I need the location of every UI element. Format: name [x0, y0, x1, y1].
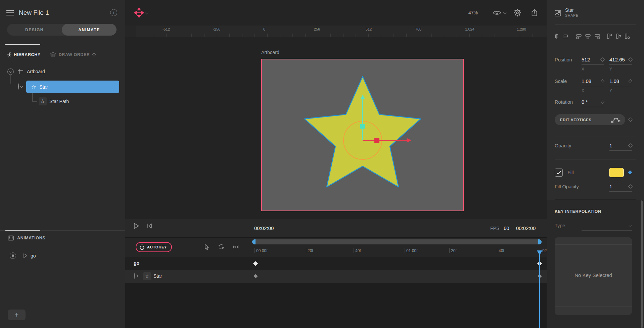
inspector-scrollbar[interactable]: [641, 200, 643, 328]
x-axis-handle[interactable]: [374, 138, 379, 143]
tree-row-star-selected[interactable]: ☆ Star: [26, 81, 119, 93]
tree-connector: [32, 101, 37, 102]
tree-label-star-path: Star Path: [49, 99, 69, 104]
ruler-tick-label: 256: [314, 27, 320, 31]
fill-label: Fill: [567, 170, 574, 175]
keyframe[interactable]: [254, 274, 258, 278]
tool-dropdown-chevron-icon[interactable]: [145, 11, 148, 14]
stopwatch-icon: [139, 244, 145, 250]
distribute-vertical-icon[interactable]: [562, 33, 569, 40]
radio-selected-icon[interactable]: [10, 252, 16, 259]
tree-label-artboard: Artboard: [27, 69, 45, 74]
play-icon[interactable]: [23, 253, 28, 258]
eye-icon[interactable]: [493, 10, 501, 15]
fill-checkbox[interactable]: [555, 169, 563, 177]
position-y-key-diamond[interactable]: [628, 57, 633, 62]
align-top-icon[interactable]: [606, 33, 612, 40]
current-time-field[interactable]: 00:02:00: [254, 225, 274, 231]
tree-row-artboard[interactable]: Artboard: [7, 66, 122, 77]
runner-icon: [6, 52, 11, 58]
skip-to-start-button[interactable]: [147, 223, 152, 229]
export-icon[interactable]: [531, 9, 538, 16]
scale-x-key-diamond[interactable]: [600, 79, 605, 83]
opacity-field[interactable]: 1: [609, 143, 612, 148]
horizontal-ruler: -512 -256 0 256 512 768 1,024 1,280: [136, 26, 547, 37]
active-section-underline: [5, 44, 40, 45]
fill-key-diamond[interactable]: [628, 170, 632, 175]
align-right-icon[interactable]: [594, 33, 601, 40]
tree-row-star-path[interactable]: ☆ Star Path: [39, 97, 119, 105]
fill-opacity-field[interactable]: 1: [609, 184, 612, 189]
animations-label: ANIMATIONS: [17, 236, 45, 240]
tree-connector: [32, 93, 33, 101]
fill-opacity-key-diamond[interactable]: [628, 184, 633, 189]
align-bottom-icon[interactable]: [624, 33, 630, 40]
axis-y-label: Y: [609, 88, 612, 93]
ruler-tick-label: -512: [163, 27, 170, 31]
align-center-horizontal-icon[interactable]: [585, 33, 591, 40]
scale-y-key-diamond[interactable]: [628, 79, 633, 83]
key-interpolation-header: KEY INTERPOLATION: [555, 209, 601, 214]
hierarchy-label: HIERARCHY: [14, 52, 41, 57]
ruler-tick-label: 768: [415, 27, 421, 31]
tab-draw-order[interactable]: DRAW ORDER: [50, 52, 95, 57]
edit-vertices-button[interactable]: EDIT VERTICES: [555, 114, 625, 125]
opacity-key-diamond[interactable]: [628, 143, 633, 148]
mode-toggle: DESIGN ANIMATE: [7, 24, 117, 36]
scale-y-field[interactable]: 1.08: [609, 78, 619, 84]
tab-animate[interactable]: ANIMATE: [62, 24, 117, 36]
distribute-horizontal-icon[interactable]: [553, 33, 560, 40]
keyframe[interactable]: [253, 261, 258, 266]
rotation-key-diamond[interactable]: [600, 100, 605, 104]
fps-field[interactable]: 60: [504, 225, 509, 231]
interpolation-editor: No Key Selected: [555, 237, 632, 315]
left-panel: New File 1 i DESIGN ANIMATE HIERARCHY DR…: [0, 0, 125, 328]
play-button[interactable]: [134, 223, 139, 229]
animations-header: ANIMATIONS: [8, 235, 45, 241]
fill-color-swatch[interactable]: [609, 168, 624, 177]
inspector-panel: Star SHAPE Position 512 412.65 X Y Scale…: [547, 0, 644, 328]
no-key-message: No Key Selected: [555, 272, 632, 278]
ruler-tick-label: 1,024: [465, 27, 474, 31]
rotation-label: Rotation: [555, 99, 573, 105]
info-icon[interactable]: i: [110, 9, 117, 16]
tab-design[interactable]: DESIGN: [7, 24, 62, 36]
canvas-viewport[interactable]: Artboard: [125, 37, 547, 219]
x-axis-arrow[interactable]: [407, 138, 411, 143]
view-dropdown-chevron-icon[interactable]: [503, 11, 507, 14]
align-left-icon[interactable]: [576, 33, 582, 40]
vertices-key-diamond[interactable]: [628, 118, 633, 122]
position-x-field[interactable]: 512: [582, 57, 590, 62]
ruler-tick-label: 0: [263, 27, 265, 31]
range-end-handle[interactable]: [538, 239, 542, 244]
tab-hierarchy[interactable]: HIERARCHY: [6, 52, 41, 58]
stage-graphics: [125, 37, 547, 219]
playhead-line[interactable]: [539, 254, 540, 328]
zoom-level[interactable]: 47%: [468, 10, 478, 15]
scale-x-field[interactable]: 1.08: [582, 78, 591, 84]
position-y-field[interactable]: 412.65: [609, 57, 625, 62]
position-x-key-diamond[interactable]: [600, 57, 605, 62]
ping-pong-icon[interactable]: [232, 244, 239, 249]
chevron-right-icon[interactable]: [134, 273, 135, 279]
duration-field[interactable]: 00:02:00: [516, 225, 536, 231]
align-center-vertical-icon[interactable]: [615, 33, 622, 40]
chevron-down-icon[interactable]: [18, 83, 19, 90]
autokey-toggle[interactable]: AUTOKEY: [136, 242, 172, 252]
loop-icon[interactable]: [218, 244, 225, 250]
timeline-range-slider[interactable]: [252, 239, 542, 244]
y-axis-handle[interactable]: [360, 124, 365, 129]
frame-tick-label: 40f: [355, 248, 361, 253]
chevron-down-icon[interactable]: [7, 68, 14, 75]
range-start-handle[interactable]: [252, 239, 256, 244]
add-animation-button[interactable]: +: [8, 310, 26, 320]
draw-order-key-diamond[interactable]: [92, 53, 96, 56]
menu-icon[interactable]: [6, 10, 14, 15]
animation-item-go[interactable]: go: [10, 252, 36, 259]
gear-icon[interactable]: [513, 9, 521, 17]
move-tool-icon[interactable]: [134, 8, 144, 18]
rotation-field[interactable]: 0 °: [582, 99, 588, 105]
playhead-handle[interactable]: [537, 250, 542, 255]
select-cursor-icon[interactable]: [204, 244, 210, 250]
file-title: New File 1: [19, 9, 49, 16]
